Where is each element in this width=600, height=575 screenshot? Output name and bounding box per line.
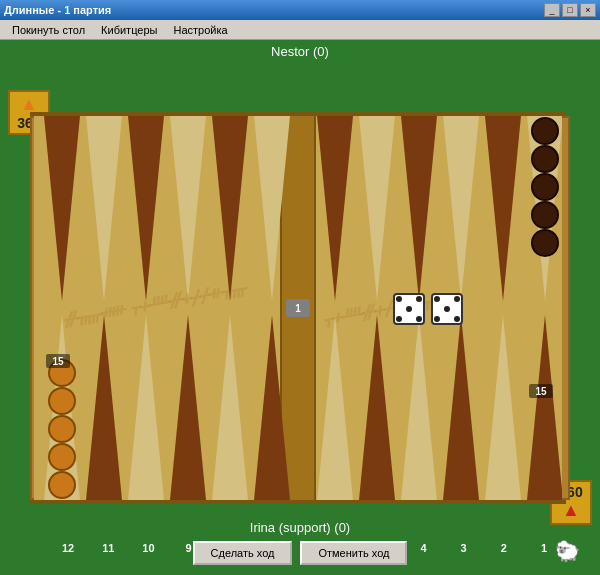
button-row: Сделать ход Отменить ход [193, 541, 408, 565]
svg-point-56 [454, 296, 460, 302]
svg-point-36 [532, 230, 558, 256]
make-move-button[interactable]: Сделать ход [193, 541, 293, 565]
svg-point-49 [396, 296, 402, 302]
svg-point-53 [416, 316, 422, 322]
menu-kibitzers[interactable]: Кибитцеры [93, 22, 165, 38]
svg-point-59 [454, 316, 460, 322]
svg-point-33 [532, 146, 558, 172]
svg-point-41 [49, 416, 75, 442]
maximize-button[interactable]: □ [562, 3, 578, 17]
svg-text:15: 15 [535, 386, 547, 397]
svg-point-58 [434, 316, 440, 322]
menu-leave[interactable]: Покинуть стол [4, 22, 93, 38]
svg-point-35 [532, 202, 558, 228]
bottom-controls: Irina (support) (0) Сделать ход Отменить… [0, 516, 600, 565]
menu-bar: Покинуть стол Кибитцеры Настройка [0, 20, 600, 40]
svg-point-50 [416, 296, 422, 302]
cancel-move-button[interactable]: Отменить ход [300, 541, 407, 565]
svg-point-34 [532, 174, 558, 200]
top-player-label: Nestor (0) [0, 40, 600, 61]
svg-point-55 [434, 296, 440, 302]
svg-point-40 [49, 444, 75, 470]
close-button[interactable]: × [580, 3, 596, 17]
sheep-icon: 🐑 [555, 539, 580, 563]
menu-settings[interactable]: Настройка [165, 22, 235, 38]
svg-text:15: 15 [52, 356, 64, 367]
bottom-player-label: Irina (support) (0) [250, 516, 350, 537]
svg-point-32 [532, 118, 558, 144]
board-inner: ᚌᚅᚔ ᚁᚐᚉᚌᚐᚋᚋᚑᚅ ᚁᚐᚉᚌᚐᚋᚋᚑᚅ 15 15 1 [34, 116, 562, 500]
title-text: Длинные - 1 партия [4, 4, 542, 16]
svg-point-57 [444, 306, 450, 312]
svg-text:1: 1 [295, 303, 301, 314]
game-area: Nestor (0) ▲ 360 360 ▲ [0, 40, 600, 575]
minimize-button[interactable]: _ [544, 3, 560, 17]
svg-point-42 [49, 388, 75, 414]
svg-point-39 [49, 472, 75, 498]
svg-point-51 [406, 306, 412, 312]
svg-point-52 [396, 316, 402, 322]
title-bar: Длинные - 1 партия _ □ × [0, 0, 600, 20]
board-svg: ᚌᚅᚔ ᚁᚐᚉᚌᚐᚋᚋᚑᚅ ᚁᚐᚉᚌᚐᚋᚋᚑᚅ 15 15 1 [34, 116, 562, 500]
